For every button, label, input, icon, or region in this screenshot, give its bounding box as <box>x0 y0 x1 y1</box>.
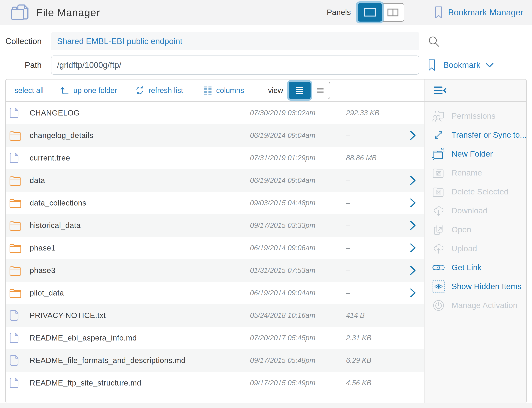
action-label: Transfer or Sync to... <box>452 130 527 139</box>
file-row[interactable]: PRIVACY-NOTICE.txt 05/24/2018 10:16am 41… <box>6 304 424 327</box>
file-size: – <box>334 289 402 297</box>
collapse-sidebar-icon[interactable] <box>434 85 447 95</box>
action-get-link[interactable]: Get Link <box>432 258 526 277</box>
folder-icon <box>9 220 21 231</box>
file-name: phase1 <box>30 244 250 252</box>
file-size: 88.86 MB <box>334 154 402 162</box>
refresh-list-button[interactable]: refresh list <box>135 85 183 95</box>
path-input[interactable] <box>51 56 419 75</box>
power-icon <box>432 299 445 312</box>
file-row[interactable]: data_collections 09/03/2015 04:48pm – <box>6 192 424 214</box>
folder-icon <box>9 265 21 276</box>
file-row[interactable]: README_ebi_aspera_info.md 07/20/2017 05:… <box>6 327 424 349</box>
file-row[interactable]: historical_data 09/17/2015 03:33pm – <box>6 214 424 237</box>
chevron-right-icon[interactable] <box>410 265 416 275</box>
columns-button[interactable]: columns <box>203 86 244 95</box>
file-modified: 09/03/2015 04:48pm <box>250 199 334 207</box>
bookmark-dropdown[interactable]: Bookmark <box>428 59 494 71</box>
file-name: data_collections <box>30 199 250 207</box>
file-size: 4.56 KB <box>334 379 402 387</box>
file-modified: 06/19/2014 09:06am <box>250 244 334 252</box>
file-row[interactable]: README_file_formats_and_descriptions.md … <box>6 349 424 372</box>
permissions-icon <box>432 110 445 122</box>
action-label: Permissions <box>452 111 495 120</box>
file-modified: 07/30/2019 03:02am <box>250 109 334 117</box>
single-panel-button[interactable] <box>358 3 382 22</box>
file-manager-icon <box>10 4 30 21</box>
file-row[interactable]: pilot_data 06/19/2014 09:04am – <box>6 282 424 304</box>
chevron-right-icon[interactable] <box>410 221 416 230</box>
select-all-button[interactable]: select all <box>14 86 44 95</box>
search-icon[interactable] <box>428 35 439 47</box>
action-label: New Folder <box>452 149 493 158</box>
file-name: README_file_formats_and_descriptions.md <box>30 356 250 365</box>
collection-input[interactable]: Shared EMBL-EBI public endpoint <box>51 32 419 50</box>
file-row[interactable]: phase3 01/31/2015 07:53am – <box>6 259 424 282</box>
action-download: Download <box>432 201 526 220</box>
folder-icon <box>9 175 21 186</box>
file-modified: 09/17/2015 05:49pm <box>250 379 334 387</box>
rename-icon <box>432 167 445 179</box>
view-condensed-button[interactable] <box>308 82 330 99</box>
chevron-right-icon[interactable] <box>410 176 416 185</box>
action-rename: Rename <box>432 163 526 182</box>
action-new-folder[interactable]: New Folder <box>432 144 526 163</box>
file-modified: 06/19/2014 09:04am <box>250 289 334 297</box>
file-modified: 05/24/2018 10:16am <box>250 311 334 320</box>
file-name: pilot_data <box>30 289 250 297</box>
single-panel-icon <box>364 8 376 17</box>
chevron-down-icon <box>485 62 494 68</box>
chevron-right-icon[interactable] <box>410 130 416 140</box>
file-panel: select all up one folder refresh list co… <box>5 79 527 403</box>
folder-icon <box>9 243 21 253</box>
chevron-right-icon[interactable] <box>410 288 416 298</box>
file-row[interactable]: CHANGELOG 07/30/2019 03:02am 292.33 KB <box>6 102 424 124</box>
chevron-right-icon[interactable] <box>410 243 416 253</box>
file-size: – <box>334 221 402 230</box>
up-one-folder-button[interactable]: up one folder <box>60 86 117 95</box>
path-label: Path <box>0 60 42 70</box>
bottom-strip <box>0 403 532 408</box>
action-label: Show Hidden Items <box>452 282 522 291</box>
action-show-hidden-items[interactable]: Show Hidden Items <box>432 277 526 296</box>
file-row[interactable]: data 06/19/2014 09:04am – <box>6 169 424 192</box>
new-folder-icon <box>432 148 445 160</box>
file-size: 414 B <box>334 311 402 320</box>
panels-toggle <box>358 3 404 22</box>
file-size: – <box>334 199 402 207</box>
upload-icon <box>432 242 445 255</box>
file-size: – <box>334 266 402 274</box>
dual-panel-button[interactable] <box>380 3 404 22</box>
bookmark-manager-link[interactable]: Bookmark Manager <box>434 6 523 18</box>
view-toggle <box>289 82 330 99</box>
up-one-folder-icon <box>60 86 69 95</box>
panels-label: Panels <box>327 8 351 17</box>
file-row[interactable]: current.tree 07/31/2019 01:29pm 88.86 MB <box>6 147 424 169</box>
dual-panel-icon <box>387 8 399 17</box>
list-toolbar: select all up one folder refresh list co… <box>6 79 424 102</box>
file-name: PRIVACY-NOTICE.txt <box>30 311 250 320</box>
file-name: README_ebi_aspera_info.md <box>30 333 250 342</box>
action-label: Get Link <box>452 263 481 272</box>
folder-icon <box>9 288 21 298</box>
file-name: phase3 <box>30 266 250 275</box>
action-label: Download <box>452 206 487 215</box>
action-label: Delete Selected <box>452 187 508 196</box>
view-list-button[interactable] <box>289 82 311 99</box>
file-row[interactable]: README_ftp_site_structure.md 09/17/2015 … <box>6 372 424 394</box>
chevron-right-icon[interactable] <box>410 198 416 208</box>
action-upload: Upload <box>432 239 526 258</box>
action-transfer-or-sync[interactable]: Transfer or Sync to... <box>432 126 526 144</box>
file-size: 292.33 KB <box>334 109 402 117</box>
delete-icon <box>432 186 445 198</box>
action-open: Open <box>432 220 526 239</box>
columns-label: columns <box>216 86 244 95</box>
action-sidebar: Permissions Transfer or Sync to... New F… <box>424 79 526 403</box>
file-row[interactable]: phase1 06/19/2014 09:06am – <box>6 237 424 259</box>
location-section: Collection Shared EMBL-EBI public endpoi… <box>0 25 532 79</box>
file-modified: 06/19/2014 09:04am <box>250 177 334 185</box>
file-row[interactable]: changelog_details 06/19/2014 09:04am – <box>6 124 424 147</box>
file-icon <box>9 355 19 366</box>
action-label: Manage Activation <box>452 301 517 310</box>
file-icon <box>9 332 19 344</box>
